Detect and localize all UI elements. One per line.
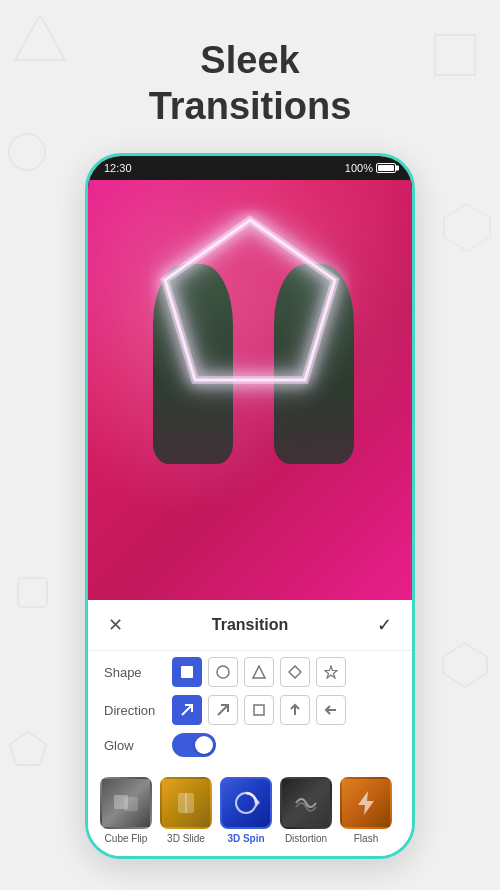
svg-rect-9 bbox=[181, 666, 193, 678]
thumb-distortion[interactable]: Distortion bbox=[276, 777, 336, 844]
svg-marker-3 bbox=[443, 643, 487, 687]
svg-marker-8 bbox=[165, 220, 335, 380]
shape-row: Shape bbox=[104, 657, 396, 687]
thumb-cube-flip[interactable]: Cube Flip bbox=[96, 777, 156, 844]
thumb-3d-spin-label: 3D Spin bbox=[227, 833, 264, 844]
dir-left-btn[interactable] bbox=[316, 695, 346, 725]
thumb-3d-spin-inner bbox=[222, 779, 270, 827]
svg-marker-23 bbox=[358, 791, 374, 815]
shape-label: Shape bbox=[104, 665, 172, 680]
svg-marker-13 bbox=[325, 666, 337, 678]
svg-marker-4 bbox=[10, 732, 46, 765]
battery-percent: 100% bbox=[345, 162, 373, 174]
phone-mockup: 12:30 100% ✕ Transition ✓ bbox=[85, 153, 415, 859]
svg-point-10 bbox=[217, 666, 229, 678]
thumb-distortion-inner bbox=[282, 779, 330, 827]
thumb-distortion-label: Distortion bbox=[285, 833, 327, 844]
dir-out-btn[interactable] bbox=[208, 695, 238, 725]
shape-triangle-btn[interactable] bbox=[244, 657, 274, 687]
toolbar: ✕ Transition ✓ bbox=[88, 600, 412, 651]
thumb-distortion-img bbox=[280, 777, 332, 829]
direction-label: Direction bbox=[104, 703, 172, 718]
direction-row: Direction bbox=[104, 695, 396, 725]
svg-marker-22 bbox=[256, 798, 260, 807]
battery-fill bbox=[378, 165, 394, 171]
glow-row: Glow bbox=[104, 733, 396, 757]
thumb-3d-spin[interactable]: 3D Spin bbox=[216, 777, 276, 844]
dir-diagonal-btn[interactable] bbox=[172, 695, 202, 725]
page-title-line2: Transitions bbox=[0, 84, 500, 130]
thumb-3d-spin-img bbox=[220, 777, 272, 829]
glow-toggle[interactable] bbox=[172, 733, 216, 757]
video-area bbox=[88, 180, 412, 600]
thumb-3d-slide-inner bbox=[162, 779, 210, 827]
glow-shape bbox=[150, 210, 350, 410]
thumb-3d-slide-img bbox=[160, 777, 212, 829]
thumb-flash-img bbox=[340, 777, 392, 829]
dir-up-btn[interactable] bbox=[280, 695, 310, 725]
shape-circle-btn[interactable] bbox=[208, 657, 238, 687]
thumb-3d-slide-label: 3D Slide bbox=[167, 833, 205, 844]
options-section: Shape bbox=[88, 651, 412, 769]
shape-star-btn[interactable] bbox=[316, 657, 346, 687]
bottom-panel: ✕ Transition ✓ Shape bbox=[88, 600, 412, 856]
status-bar: 12:30 100% bbox=[88, 156, 412, 180]
thumb-flash-inner bbox=[342, 779, 390, 827]
direction-options bbox=[172, 695, 346, 725]
thumb-cube-flip-label: Cube Flip bbox=[105, 833, 148, 844]
shape-options bbox=[172, 657, 346, 687]
status-time: 12:30 bbox=[104, 162, 132, 174]
close-button[interactable]: ✕ bbox=[104, 610, 127, 640]
svg-marker-12 bbox=[289, 666, 301, 678]
svg-rect-6 bbox=[18, 578, 47, 607]
thumb-3d-slide[interactable]: 3D Slide bbox=[156, 777, 216, 844]
svg-rect-18 bbox=[124, 797, 138, 811]
thumb-flash-label: Flash bbox=[354, 833, 378, 844]
shape-diamond-btn[interactable] bbox=[280, 657, 310, 687]
confirm-button[interactable]: ✓ bbox=[373, 610, 396, 640]
svg-marker-5 bbox=[444, 204, 490, 251]
page-title-area: Sleek Transitions bbox=[0, 0, 500, 153]
thumb-cube-flip-inner bbox=[102, 779, 150, 827]
glow-label: Glow bbox=[104, 738, 172, 753]
thumb-flash[interactable]: Flash bbox=[336, 777, 396, 844]
battery-indicator: 100% bbox=[345, 162, 396, 174]
svg-rect-14 bbox=[254, 705, 264, 715]
thumbnails-row: Cube Flip 3D Slide bbox=[88, 769, 412, 856]
battery-bar-icon bbox=[376, 163, 396, 173]
page-title-line1: Sleek bbox=[0, 38, 500, 84]
thumb-cube-flip-img bbox=[100, 777, 152, 829]
toolbar-title: Transition bbox=[212, 616, 288, 634]
shape-square-btn[interactable] bbox=[172, 657, 202, 687]
svg-marker-11 bbox=[253, 666, 265, 678]
dir-back-btn[interactable] bbox=[244, 695, 274, 725]
